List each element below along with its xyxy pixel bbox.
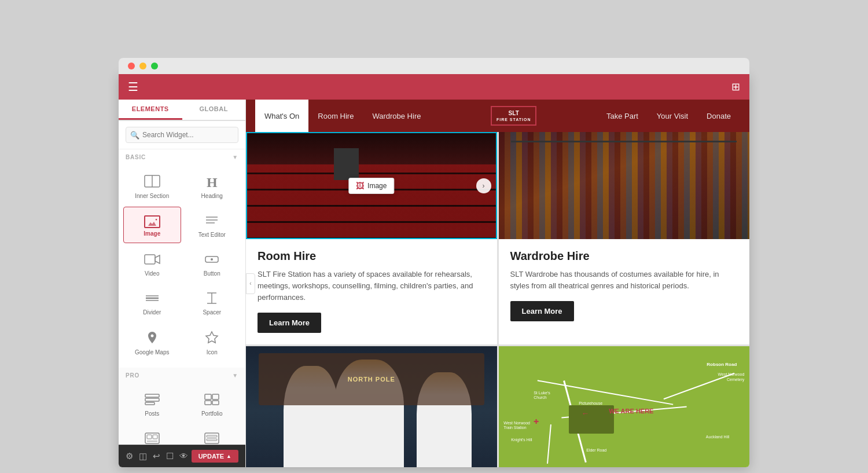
map-label-train: West NorwoodTrain Station bbox=[503, 421, 530, 431]
card-room-hire-text: SLT Fire Station has a variety of spaces… bbox=[258, 269, 486, 303]
svg-rect-5 bbox=[145, 255, 155, 264]
sidebar-tabs: ELEMENTS GLOBAL bbox=[119, 100, 245, 121]
section-basic: BASIC ▼ Inner Section H Heading bbox=[119, 149, 245, 445]
map-label-cemetery: West NorwoodCemetery bbox=[718, 372, 745, 382]
nav-donate[interactable]: Donate bbox=[697, 100, 740, 132]
spacer-icon bbox=[204, 292, 220, 307]
tab-elements[interactable]: ELEMENTS bbox=[119, 100, 182, 120]
map-label-we-are-here: WE ARE HERE bbox=[609, 408, 653, 415]
pro-chevron-icon: ▼ bbox=[232, 372, 238, 379]
divider-label: Divider bbox=[143, 309, 161, 316]
search-icon: 🔍 bbox=[130, 131, 139, 140]
map-label-knights-hill: Knight's Hill bbox=[511, 438, 532, 442]
browser-dot-yellow bbox=[139, 63, 146, 69]
svg-rect-16 bbox=[145, 402, 155, 405]
inner-section-label: Inner Section bbox=[135, 193, 169, 199]
card-room-hire-body: Room Hire SLT Fire Station has a variety… bbox=[246, 239, 497, 344]
sidebar-bottom: ⚙ ◫ ↩ ☐ 👁 UPDATE ▲ bbox=[119, 445, 245, 467]
svg-rect-15 bbox=[145, 398, 159, 401]
map-label-picturehouse: Picturehouse bbox=[579, 401, 602, 405]
tooltip-image-icon: 🖼 bbox=[356, 181, 364, 190]
gallery-icon bbox=[144, 432, 160, 445]
svg-rect-26 bbox=[207, 435, 217, 437]
svg-rect-14 bbox=[145, 394, 159, 397]
widget-heading[interactable]: H Heading bbox=[183, 167, 241, 204]
youth-theatre-image: NORTH POLE bbox=[246, 346, 497, 467]
carousel-next-arrow[interactable]: › bbox=[476, 178, 491, 193]
google-maps-icon bbox=[145, 331, 159, 347]
browser-dot-green bbox=[151, 63, 158, 69]
widget-image[interactable]: ● Image bbox=[123, 207, 181, 243]
video-label: Video bbox=[145, 270, 159, 277]
widget-spacer[interactable]: Spacer bbox=[183, 284, 241, 321]
video-icon bbox=[144, 253, 160, 268]
room-hire-image: 🖼 Image › bbox=[246, 132, 497, 239]
image-tooltip: 🖼 Image bbox=[348, 178, 394, 194]
tab-global[interactable]: GLOBAL bbox=[182, 100, 246, 120]
widget-video[interactable]: Video bbox=[123, 245, 181, 282]
widget-inner-section[interactable]: Inner Section bbox=[123, 167, 181, 204]
section-basic-header[interactable]: BASIC ▼ bbox=[119, 149, 245, 165]
update-button[interactable]: UPDATE ▲ bbox=[192, 450, 238, 463]
svg-rect-20 bbox=[212, 401, 219, 405]
heading-label: Heading bbox=[201, 193, 223, 199]
widget-portfolio[interactable]: Portfolio bbox=[183, 386, 241, 422]
settings-icon[interactable]: ⚙ bbox=[126, 451, 133, 461]
map-train-icon: ✚ bbox=[534, 418, 539, 426]
svg-rect-17 bbox=[205, 394, 211, 399]
undo-icon[interactable]: ↩ bbox=[153, 451, 160, 461]
browser-dot-red bbox=[128, 63, 135, 69]
map-label-elder-road: Elder Road bbox=[586, 448, 606, 452]
layers-icon[interactable]: ◫ bbox=[139, 451, 147, 461]
widget-icon[interactable]: Icon bbox=[183, 323, 241, 361]
widget-posts[interactable]: Posts bbox=[123, 386, 181, 422]
nav-wardrobe-hire[interactable]: Wardrobe Hire bbox=[363, 100, 430, 132]
map-label-auckland: Auckland Hill bbox=[706, 435, 729, 439]
nav-your-visit[interactable]: Your Visit bbox=[648, 100, 697, 132]
nav-room-hire[interactable]: Room Hire bbox=[308, 100, 363, 132]
app-toolbar: ☰ ⊞ bbox=[119, 74, 749, 100]
heading-icon: H bbox=[207, 175, 218, 190]
sidebar-search-wrapper: 🔍 bbox=[119, 121, 245, 149]
preview-icon[interactable]: 👁 bbox=[179, 451, 188, 461]
grid-icon[interactable]: ⊞ bbox=[731, 80, 740, 93]
portfolio-label: Portfolio bbox=[201, 410, 223, 417]
portfolio-icon bbox=[204, 393, 220, 408]
nav-whats-on[interactable]: What's On bbox=[255, 100, 308, 132]
icon-icon bbox=[205, 331, 219, 347]
widget-google-maps[interactable]: Google Maps bbox=[123, 323, 181, 361]
svg-rect-19 bbox=[205, 401, 211, 405]
svg-rect-18 bbox=[212, 394, 219, 399]
google-maps-label: Google Maps bbox=[135, 349, 169, 355]
widget-text-editor[interactable]: Text Editor bbox=[183, 207, 241, 243]
map-label-here-arrow: ← bbox=[582, 409, 590, 418]
card-wardrobe-hire-body: Wardrobe Hire SLT Wardrobe has thousands… bbox=[499, 239, 750, 333]
widget-gallery[interactable]: Gallery bbox=[123, 424, 181, 445]
nav-take-part[interactable]: Take Part bbox=[597, 100, 648, 132]
posts-label: Posts bbox=[145, 410, 159, 417]
search-input[interactable] bbox=[126, 127, 238, 143]
hamburger-icon[interactable]: ☰ bbox=[128, 80, 138, 94]
wardrobe-hire-image bbox=[499, 132, 750, 239]
widget-form[interactable]: Form bbox=[183, 424, 241, 445]
text-editor-label: Text Editor bbox=[198, 232, 226, 238]
wardrobe-hire-learn-more-button[interactable]: Learn More bbox=[510, 301, 574, 321]
icon-label: Icon bbox=[207, 349, 218, 355]
widget-divider[interactable]: Divider bbox=[123, 284, 181, 321]
widget-grid-basic: Inner Section H Heading ● Image bbox=[119, 165, 245, 363]
card-youth-theatre: NORTH POLE Youth Theatre SLT Youth Theat… bbox=[246, 346, 497, 467]
site-navbar: What's On Room Hire Wardrobe Hire SLT FI… bbox=[246, 100, 749, 132]
sidebar-bottom-icons: ⚙ ◫ ↩ ☐ 👁 bbox=[126, 451, 188, 461]
widget-button[interactable]: Button bbox=[183, 245, 241, 282]
image-icon: ● bbox=[144, 215, 160, 228]
room-hire-learn-more-button[interactable]: Learn More bbox=[258, 313, 321, 333]
app-window: ☰ ⊞ ELEMENTS GLOBAL 🔍 BASIC ▼ bbox=[119, 74, 749, 467]
site-logo: SLT FIRE STATION bbox=[491, 106, 537, 126]
collapse-sidebar-handle[interactable]: ‹ bbox=[246, 273, 255, 294]
posts-icon bbox=[144, 393, 160, 408]
responsive-icon[interactable]: ☐ bbox=[166, 451, 174, 461]
divider-icon bbox=[144, 292, 160, 307]
section-pro-header[interactable]: PRO ▼ bbox=[119, 368, 245, 383]
card-wardrobe-hire: Wardrobe Hire SLT Wardrobe has thousands… bbox=[499, 132, 750, 344]
app-body: ELEMENTS GLOBAL 🔍 BASIC ▼ bbox=[119, 100, 749, 467]
